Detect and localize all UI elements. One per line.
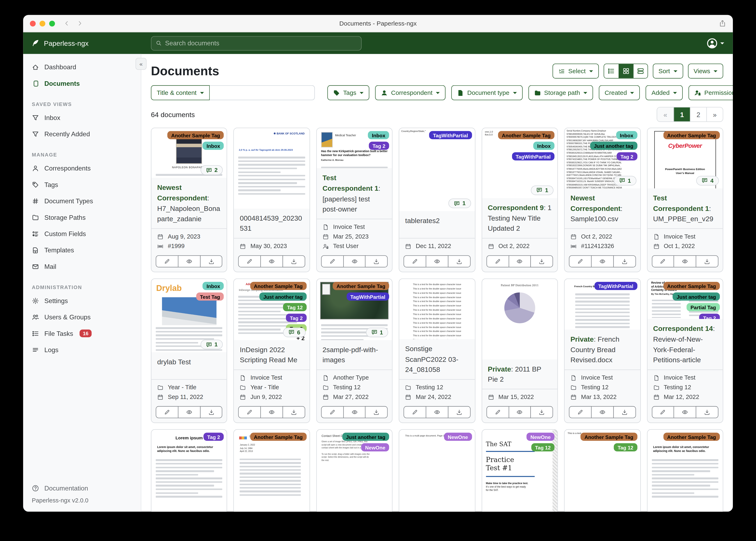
- edit-button[interactable]: [321, 406, 344, 418]
- tag-badge-just-another-tag[interactable]: Just another tag: [342, 432, 389, 441]
- document-card[interactable]: CyberPowerPowerPanel® Business EditionUs…: [647, 128, 723, 272]
- document-card[interactable]: Serial Number,Company Name,Employe 97881…: [564, 128, 640, 272]
- document-preview[interactable]: Medical TeacherHas the new Kirkpatrick g…: [317, 128, 392, 168]
- tag-badge-inbox[interactable]: Inbox: [203, 142, 224, 150]
- filter-permissions-button[interactable]: Permissions: [688, 85, 733, 100]
- document-preview[interactable]: Patient BP Distribution 2011: [482, 279, 558, 359]
- document-correspondent[interactable]: Test Correspondent 1: [322, 174, 378, 192]
- edit-button[interactable]: [569, 255, 592, 267]
- download-button[interactable]: [613, 406, 636, 418]
- document-preview[interactable]: Serial Number,Company Name,Employe 97881…: [565, 128, 640, 189]
- tag-badge-tag-2[interactable]: Tag 2: [617, 152, 637, 161]
- document-preview[interactable]: This is a test for the double space char…: [399, 279, 475, 339]
- document-preview[interactable]: This is a multi page document. Page 1.Ne…: [399, 430, 475, 511]
- tag-badge-another-sample-tag[interactable]: Another Sample Tag: [663, 282, 720, 290]
- edit-button[interactable]: [238, 255, 261, 267]
- select-button[interactable]: Select: [552, 64, 599, 78]
- filter-added-button[interactable]: Added: [646, 85, 683, 100]
- view-button[interactable]: [260, 406, 283, 418]
- comment-count-badge[interactable]: 1: [614, 176, 636, 185]
- comment-count-badge[interactable]: 1: [531, 185, 554, 195]
- document-correspondent[interactable]: Correspondent 9: [488, 204, 544, 211]
- tag-badge-inbox[interactable]: Inbox: [533, 142, 555, 150]
- document-card[interactable]: Medical TeacherHas the new Kirkpatrick g…: [316, 128, 393, 272]
- tag-badge-tag-2[interactable]: Tag 2: [369, 142, 389, 150]
- document-correspondent[interactable]: Correspondent 14: [653, 325, 713, 332]
- view-button[interactable]: [426, 406, 448, 418]
- download-button[interactable]: [530, 255, 553, 267]
- document-card[interactable]: Contact Sheet DemoGiven a set of image f…: [316, 429, 393, 512]
- document-preview[interactable]: Review of of Arbitral Certainty of Award…: [647, 279, 723, 319]
- tag-badge-newone[interactable]: NewOne: [361, 443, 389, 451]
- download-button[interactable]: [696, 406, 718, 418]
- comment-count-badge[interactable]: 4: [696, 176, 719, 185]
- view-button[interactable]: [674, 255, 696, 267]
- view-button[interactable]: [260, 255, 283, 267]
- document-preview[interactable]: AdobeInDesign Scripting DocumentationAno…: [234, 279, 309, 340]
- download-button[interactable]: [530, 406, 553, 418]
- pagination-first-button[interactable]: «: [657, 107, 673, 122]
- view-button[interactable]: [426, 255, 448, 267]
- sidebar-item-templates[interactable]: Templates: [23, 242, 141, 258]
- download-button[interactable]: [365, 406, 388, 418]
- edit-button[interactable]: [404, 406, 426, 418]
- edit-button[interactable]: [404, 255, 426, 267]
- filter-storage-path-button[interactable]: Storage path: [528, 85, 593, 100]
- view-button[interactable]: [591, 255, 614, 267]
- document-card[interactable]: DrylabInboxTest Tag1drylab TestYear - Ti…: [151, 278, 227, 423]
- sidebar-item-settings[interactable]: Settings: [23, 292, 141, 308]
- tag-badge-tagwithpartial[interactable]: TagWithPartial: [594, 282, 637, 290]
- document-card[interactable]: Lorem ipsumLorem ipsum dolor sit amet, c…: [647, 429, 723, 512]
- document-card[interactable]: This is a testAnother Sample TagTag 12: [564, 429, 640, 512]
- tag-badge-tag-2[interactable]: Tag 2: [699, 313, 720, 319]
- document-preview[interactable]: Lorem ipsumLorem ipsum dolor sit amet, c…: [151, 430, 227, 511]
- document-preview[interactable]: Country,Region/State,"TagWithPartial1: [399, 128, 475, 211]
- document-preview[interactable]: one,1.0 five,5.0Another Sample TagInboxT…: [482, 128, 558, 198]
- sidebar-item-documentation[interactable]: Documentation: [23, 481, 141, 495]
- tag-badge-another-sample-tag[interactable]: Another Sample Tag: [167, 131, 224, 139]
- filter-document-type-button[interactable]: Document type: [451, 85, 522, 100]
- app-logo[interactable]: Paperless-ngx: [23, 39, 143, 47]
- tag-badge-another-sample-tag[interactable]: Another Sample Tag: [663, 432, 720, 441]
- edit-button[interactable]: [321, 255, 344, 267]
- document-preview[interactable]: Test NameJanuary 2, 2022 July 14, 1984 A…: [234, 430, 309, 511]
- tag-badge-another-sample-tag[interactable]: Another Sample Tag: [333, 282, 389, 290]
- edit-button[interactable]: [569, 406, 592, 418]
- tag-badge-just-another-tag[interactable]: Just another tag: [260, 292, 307, 300]
- document-card[interactable]: This is a test for the double space char…: [399, 278, 475, 423]
- sidebar-item-tags[interactable]: Tags: [23, 176, 141, 193]
- search-input[interactable]: [165, 40, 357, 47]
- document-correspondent[interactable]: Test Correspondent 1: [653, 194, 709, 212]
- sidebar-item-document-types[interactable]: Document Types: [23, 193, 141, 209]
- close-window-button[interactable]: [30, 20, 36, 26]
- document-correspondent[interactable]: Newest Correspondent: [157, 184, 207, 202]
- download-button[interactable]: [696, 255, 718, 267]
- comment-count-badge[interactable]: 6: [283, 327, 306, 337]
- document-preview[interactable]: CyberPowerPowerPanel® Business EditionUs…: [647, 128, 723, 189]
- sidebar-item-custom-fields[interactable]: Custom Fields: [23, 226, 141, 242]
- document-card[interactable]: The SATPractice Test #1Make time to take…: [482, 429, 558, 512]
- document-card[interactable]: Lorem ipsumLorem ipsum dolor sit amet, c…: [151, 429, 227, 512]
- tag-badge-tagwithpartial[interactable]: TagWithPartial: [512, 152, 554, 161]
- view-button[interactable]: [508, 406, 531, 418]
- edit-button[interactable]: [156, 255, 178, 267]
- minimize-window-button[interactable]: [40, 20, 45, 26]
- document-preview[interactable]: Contact Sheet DemoGiven a set of image f…: [317, 430, 392, 511]
- tag-badge-tag-2[interactable]: Tag 2: [203, 432, 224, 441]
- document-card[interactable]: one,1.0 five,5.0Another Sample TagInboxT…: [482, 128, 558, 272]
- tag-badge-tag-3[interactable]: Tag 3: [286, 324, 307, 332]
- document-card[interactable]: French Country BreadTagWithPartialPrivat…: [564, 278, 640, 423]
- document-card[interactable]: Country,Region/State,"TagWithPartial1tab…: [399, 128, 475, 272]
- filter-correspondent-button[interactable]: Correspondent: [375, 85, 445, 100]
- sidebar-item-mail[interactable]: Mail: [23, 258, 141, 274]
- edit-button[interactable]: [486, 406, 509, 418]
- sidebar-item-recently-added[interactable]: Recently Added: [23, 126, 141, 142]
- comment-count-badge[interactable]: 1: [448, 199, 471, 208]
- pagination-page-2[interactable]: 2: [690, 107, 706, 122]
- view-button[interactable]: [508, 255, 531, 267]
- tag-badge-inbox[interactable]: Inbox: [203, 282, 224, 290]
- tag-badge-newone[interactable]: NewOne: [527, 432, 555, 441]
- tag-badge-partial-tag[interactable]: Partial Tag: [687, 303, 720, 311]
- download-button[interactable]: [282, 255, 305, 267]
- document-correspondent[interactable]: Newest Correspondent: [571, 194, 621, 212]
